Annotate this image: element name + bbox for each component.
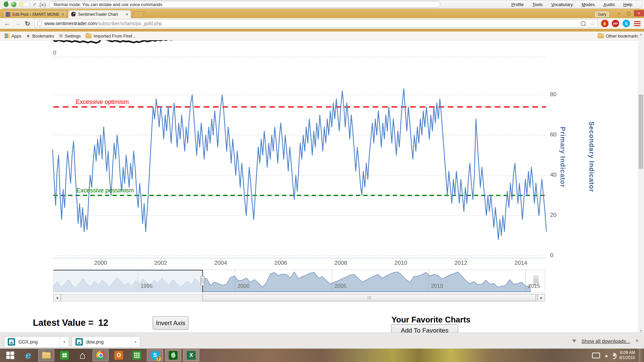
chevron-down-icon[interactable]: ▾ (60, 337, 69, 347)
start-button[interactable] (2, 349, 18, 361)
close-button[interactable]: × (634, 10, 644, 16)
bookmark-settings[interactable]: ⚙ Settings (59, 33, 81, 39)
mic-level-icon: (●) (40, 2, 46, 7)
dragon-status-text: Normal mode: You can dictate and use voi… (54, 2, 162, 7)
dragon-icon (169, 351, 177, 360)
file-explorer-icon (42, 352, 51, 359)
downloads-bar-close-icon[interactable]: × (636, 338, 639, 344)
taskbar-dragon[interactable] (165, 349, 181, 361)
dragon-menu-tools[interactable]: Tools (532, 2, 542, 7)
download-item-gdx[interactable]: GDX.png ▾ (4, 336, 69, 348)
new-tab-button[interactable] (131, 11, 145, 18)
tab-close-icon[interactable]: × (125, 12, 128, 17)
zoom-page-icon[interactable] (581, 21, 586, 26)
taskbar-file-explorer[interactable] (38, 349, 54, 361)
home-icon: ⌂ (79, 350, 86, 360)
latest-value: Latest Value =12 (33, 318, 108, 328)
taskbar-excel[interactable]: X (183, 349, 199, 361)
tab-edit-post[interactable]: Edit Post ‹ SMART MONEY × (3, 10, 67, 18)
other-bookmarks-label: Other bookmarks (606, 34, 639, 39)
taskbar-home-app[interactable]: ⌂ (74, 349, 91, 361)
windows-logo-icon (6, 352, 14, 359)
keyboard-tray-icon[interactable] (592, 353, 600, 358)
favorite-charts-heading: Your Favorite Charts (391, 315, 471, 324)
dragon-menu-help[interactable]: Help (623, 2, 632, 7)
tab-title: Edit Post ‹ SMART MONEY (12, 12, 59, 17)
bookmark-imported-folder[interactable]: Imported From Firef... (86, 34, 136, 39)
bookmark-label: Apps (11, 34, 21, 39)
invert-axis-button[interactable]: Invert Axis (153, 316, 189, 330)
skype-extension-icon[interactable]: S (623, 20, 630, 27)
tab-title: SentimenTrader Chart (78, 12, 123, 17)
dragon-menu-vocabulary[interactable]: Vocabulary (551, 2, 573, 7)
upper-chart-axis-label: 0 (53, 50, 56, 56)
latest-value-label: Latest Value = (33, 318, 94, 328)
download-item-dow[interactable]: dow.png ▾ (72, 336, 140, 348)
reload-button[interactable]: ↻ (25, 20, 30, 27)
apps-grid-icon (5, 34, 9, 38)
other-bookmarks[interactable]: Other bookmarks (598, 34, 639, 39)
dragon-flame-icon (4, 2, 8, 7)
sentiment-chart (0, 40, 644, 333)
back-button[interactable]: ← (4, 20, 10, 27)
download-file-name: dow.png (86, 339, 131, 345)
internet-explorer-icon: e (25, 350, 31, 360)
url-path: /subscriber/icharts/po_gold.php (97, 21, 162, 26)
adblock-extension-icon[interactable]: ✋ (601, 20, 608, 27)
microphone-toggle[interactable] (19, 2, 30, 7)
taskbar-internet-explorer[interactable]: e (20, 349, 36, 361)
scroll-right-button[interactable]: ► (538, 294, 545, 301)
bookmark-label: Bookmarks (32, 34, 54, 39)
page-icon (37, 21, 42, 26)
taskbar-clock[interactable]: 6:09 AM 8/1/2015 (619, 350, 635, 360)
maximize-button[interactable]: ▢ (624, 10, 634, 16)
dragon-status-sphere-icon[interactable] (11, 2, 16, 7)
bookmark-star-icon[interactable]: ☆ (590, 20, 595, 27)
folder-icon (598, 34, 604, 38)
scroll-left-button[interactable]: ◄ (53, 294, 61, 301)
wordpress-tab-favicon (6, 12, 10, 17)
show-all-downloads-link[interactable]: Show all downloads... (582, 338, 630, 344)
speaker-icon[interactable] (612, 354, 615, 357)
tab-sentimentrader[interactable]: SentimenTrader Chart × (68, 10, 131, 18)
bookmark-bookmarks[interactable]: ★ Bookmarks (26, 33, 54, 39)
taskbar-skype[interactable]: S7 (147, 349, 163, 361)
dragon-menu-modes[interactable]: Modes (582, 2, 595, 7)
minimize-button[interactable]: – (614, 10, 624, 16)
taskbar-calculator[interactable] (129, 349, 145, 361)
chrome-icon (96, 351, 105, 360)
page-scrollbar[interactable]: ▲ ▼ (638, 32, 644, 334)
chrome-menu-icon[interactable] (634, 21, 641, 26)
download-file-name: GDX.png (18, 339, 60, 345)
scrollbar-grip-icon (368, 296, 371, 299)
bookmarks-bar: Apps ★ Bookmarks ⚙ Settings Imported Fro… (0, 32, 644, 41)
image-file-icon (8, 338, 15, 346)
scroll-up-button[interactable]: ▲ (638, 32, 644, 37)
dragon-status-box: Normal mode: You can dictate and use voi… (49, 1, 440, 8)
adblock-plus-extension-icon[interactable]: ABP (612, 20, 619, 27)
dragon-menu-audio[interactable]: Audio (603, 2, 614, 7)
calculator-icon (132, 351, 141, 360)
theme-strip (0, 29, 644, 32)
desktop: ✓ (●) Normal mode: You can dictate and u… (0, 0, 644, 362)
profile-name[interactable]: Gary (594, 11, 610, 18)
skype-icon: S7 (151, 351, 160, 360)
taskbar-windows-store[interactable] (56, 349, 72, 361)
chart-scrollbar-thumb[interactable] (203, 294, 536, 301)
chevron-down-icon[interactable]: ▾ (131, 337, 140, 347)
browser-frame: Edit Post ‹ SMART MONEY × SentimenTrader… (0, 9, 644, 18)
taskbar-outlook[interactable]: O (111, 349, 127, 361)
show-desktop-button[interactable] (639, 349, 642, 362)
taskbar-chrome[interactable] (93, 349, 109, 361)
bookmark-apps[interactable]: Apps (5, 34, 21, 39)
latest-value-number: 12 (98, 318, 108, 328)
tab-close-icon[interactable]: × (61, 12, 64, 17)
dragon-menu-profile[interactable]: Profile (511, 2, 524, 7)
windows-taskbar: e ⌂ O S7 X ▲ 6:09 AM 8/1/2015 (0, 349, 644, 362)
downloads-bar: GDX.png ▾ dow.png ▾ Show all downloads..… (0, 333, 644, 349)
forward-button[interactable]: → (14, 20, 21, 27)
tray-expand-icon[interactable]: ▲ (604, 353, 608, 358)
folder-icon (86, 34, 92, 38)
address-bar[interactable]: www.sentimentrader.com /subscriber/ichar… (34, 19, 598, 28)
page-scrollbar-thumb[interactable] (639, 95, 643, 169)
